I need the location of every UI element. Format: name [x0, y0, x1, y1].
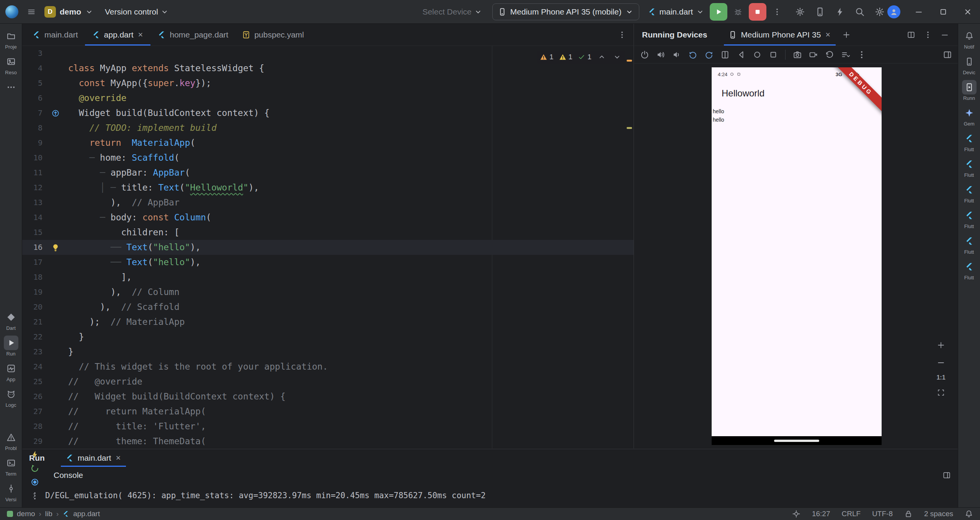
back-button[interactable] — [734, 48, 748, 62]
code-line-15[interactable]: 15 children: [ — [22, 225, 634, 240]
next-problem-button[interactable] — [612, 52, 622, 62]
code-line-21[interactable]: 21 ); // MaterialApp — [22, 315, 634, 329]
minimize-button[interactable] — [906, 0, 931, 24]
tool-stripe-flutter-outline[interactable]: Flutt — [958, 129, 980, 154]
device-manager-button[interactable] — [812, 4, 828, 20]
panel-more-options-button[interactable] — [920, 27, 936, 42]
select-device-dropdown[interactable]: Select Device — [422, 7, 482, 16]
overview-button[interactable] — [766, 48, 781, 62]
close-tab-icon[interactable]: × — [137, 31, 144, 39]
version-control-menu[interactable]: Version control — [105, 7, 169, 16]
code-line-25[interactable]: 25// @override — [22, 374, 634, 389]
file-encoding[interactable]: UTF-8 — [872, 510, 893, 518]
tool-stripe-terminal[interactable]: Term — [0, 453, 22, 479]
tool-stripe-project[interactable]: Proje — [0, 26, 22, 52]
home-button[interactable] — [750, 48, 764, 62]
hot-reload-button[interactable] — [28, 448, 42, 461]
power-button[interactable] — [637, 48, 652, 62]
cursor-position[interactable]: 16:27 — [812, 510, 830, 518]
tool-stripe-running-devices[interactable]: Runn — [958, 77, 980, 103]
hide-panel-button[interactable] — [937, 27, 952, 42]
layout-options-button[interactable] — [903, 27, 919, 42]
rotate-left-button[interactable] — [686, 48, 700, 62]
code-line-14[interactable]: 14 ─ body: const Column( — [22, 210, 634, 225]
device-tab[interactable]: Medium Phone API 35 × — [724, 24, 836, 46]
previous-problem-button[interactable] — [597, 52, 607, 62]
code-line-7[interactable]: 7 Widget build(BuildContext context) { — [22, 106, 634, 121]
tool-stripe-problems[interactable]: Probl — [0, 427, 22, 453]
console-output[interactable]: D/EGL_emulation( 4625): app_time_stats: … — [22, 484, 958, 507]
main-menu-button[interactable] — [24, 4, 39, 20]
display-list-button[interactable] — [838, 48, 853, 62]
editor-tab-app-dart[interactable]: app.dart× — [85, 24, 151, 46]
breadcrumb-item[interactable]: lib — [45, 510, 52, 518]
indent-setting[interactable]: 2 spaces — [924, 510, 953, 518]
tool-stripe-resource-manager[interactable]: Reso — [0, 52, 22, 77]
scrollbar-warning-mark[interactable] — [627, 60, 632, 62]
code-line-23[interactable]: 23} — [22, 344, 634, 359]
add-device-tab-button[interactable] — [839, 27, 854, 42]
run-configuration[interactable]: main.dart — [648, 7, 704, 16]
code-line-12[interactable]: 12 │ ─ title: Text("Helloworld"), — [22, 180, 634, 195]
tool-stripe-logcat[interactable]: Logc — [0, 384, 22, 410]
code-line-9[interactable]: 9 return MaterialApp( — [22, 135, 634, 150]
snapshots-button[interactable] — [822, 48, 837, 62]
run-button[interactable] — [710, 3, 727, 21]
zoom-out-button[interactable] — [935, 357, 947, 369]
volume-down-button[interactable] — [670, 48, 684, 62]
code-line-8[interactable]: 8 // TODO: implement build — [22, 121, 634, 135]
editor-tab-pubspec-yaml[interactable]: pubspec.yaml — [235, 24, 311, 46]
tool-stripe-flutter-performance[interactable]: Flutt — [958, 180, 980, 205]
code-line-5[interactable]: 5 const MyApp({super.key}); — [22, 76, 634, 91]
screen-record-button[interactable] — [806, 48, 821, 62]
run-tab[interactable]: main.dart × — [61, 449, 126, 467]
stop-button[interactable] — [749, 3, 766, 21]
device-selector[interactable]: Medium Phone API 35 (mobile) — [492, 3, 640, 20]
volume-up-button[interactable] — [653, 48, 668, 62]
tool-stripe-gemini[interactable]: Gem — [958, 103, 980, 129]
code-line-19[interactable]: 19 ), // Column — [22, 285, 634, 300]
line-separator[interactable]: CRLF — [842, 510, 861, 518]
tool-stripe-flutter-coverage[interactable]: Flutt — [958, 205, 980, 231]
close-device-tab-icon[interactable]: × — [825, 31, 831, 39]
project-selector[interactable]: D demo — [44, 6, 93, 18]
scrollbar-warning-mark[interactable] — [627, 127, 632, 129]
tool-stripe-notifications[interactable]: Notif — [958, 26, 980, 52]
rotate-right-button[interactable] — [702, 48, 716, 62]
emulator-navigation-bar[interactable] — [712, 436, 882, 445]
fold-button[interactable] — [718, 48, 732, 62]
layout-settings-button[interactable] — [939, 468, 954, 482]
settings-button[interactable] — [872, 4, 887, 20]
avatar[interactable] — [887, 5, 900, 18]
tool-stripe-app-quality-insights[interactable]: App — [0, 359, 22, 384]
more-run-actions-button[interactable] — [769, 4, 785, 20]
code-line-16[interactable]: 16 ── Text("hello"), — [22, 240, 634, 255]
screenshot-button[interactable] — [790, 48, 805, 62]
code-line-10[interactable]: 10 ─ home: Scaffold( — [22, 150, 634, 165]
code-line-20[interactable]: 20 ), // Scaffold — [22, 300, 634, 315]
tool-stripe-dart-analysis[interactable]: Dart — [0, 307, 22, 333]
display-layout-button[interactable] — [940, 48, 955, 62]
zoom-fit-button[interactable] — [935, 386, 947, 399]
tool-stripe-device-manager[interactable]: Devic — [958, 52, 980, 77]
code-line-22[interactable]: 22 } — [22, 329, 634, 344]
code-line-17[interactable]: 17 ── Text("hello"), — [22, 255, 634, 270]
more-button[interactable] — [854, 48, 869, 62]
tool-stripe-more-tool-windows[interactable] — [0, 77, 22, 103]
hot-restart-button[interactable] — [28, 461, 42, 475]
tool-stripe-run[interactable]: Run — [0, 333, 22, 359]
tool-stripe-flutter-tool-2[interactable]: Flutt — [958, 257, 980, 282]
code-line-27[interactable]: 27// return MaterialApp( — [22, 404, 634, 419]
maximize-button[interactable] — [931, 0, 956, 24]
code-editor[interactable]: 34class MyApp extends StatelessWidget {5… — [22, 46, 634, 448]
code-line-28[interactable]: 28// title: 'Flutter', — [22, 419, 634, 434]
editor-tab-home-page-dart[interactable]: home_page.dart — [150, 24, 235, 46]
emulator-screen[interactable]: 4:24 3G Helloworld hellohello — [712, 67, 882, 436]
code-line-11[interactable]: 11 ─ appBar: AppBar( — [22, 165, 634, 180]
editor-tab-options-button[interactable] — [614, 27, 630, 42]
tool-stripe-version-control[interactable]: Versi — [0, 479, 22, 504]
code-line-24[interactable]: 24 // This widget is the root of your ap… — [22, 359, 634, 374]
code-line-13[interactable]: 13 ), // AppBar — [22, 195, 634, 210]
settings-sync-button[interactable] — [792, 4, 808, 20]
tool-stripe-flutter-tool[interactable]: Flutt — [958, 231, 980, 257]
